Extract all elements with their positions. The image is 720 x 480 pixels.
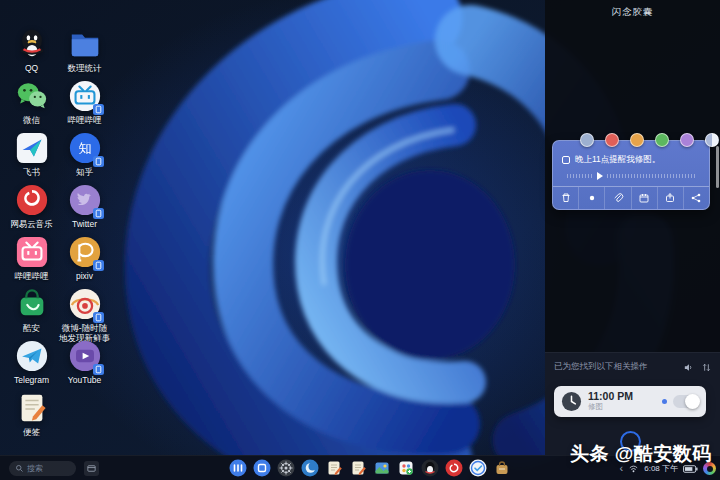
- panel-title: 闪念胶囊: [545, 0, 720, 19]
- taskbar-app-security-check[interactable]: [469, 459, 487, 477]
- desktop-icon[interactable]: QQ: [5, 27, 58, 79]
- note-text: 晚上11点提醒我修图。: [575, 154, 660, 166]
- results-header: 已为您找到以下相关操作: [554, 361, 648, 373]
- qq-icon: [15, 27, 49, 61]
- desktop-icon[interactable]: 数理统计: [58, 27, 111, 79]
- toggle-knob: [685, 394, 700, 409]
- taskbar-app-software-bag[interactable]: [493, 459, 511, 477]
- search-placeholder: 搜索: [27, 463, 43, 474]
- desktop-icon[interactable]: 飞书: [5, 131, 58, 183]
- tag-white-dot[interactable]: [705, 133, 719, 147]
- search-input[interactable]: 搜索: [9, 461, 76, 476]
- app-badge-icon: [93, 156, 104, 167]
- panel-scrollbar[interactable]: [716, 146, 719, 188]
- workflow-button[interactable]: [683, 187, 709, 209]
- desktop-icon[interactable]: 微信: [5, 79, 58, 131]
- share-icon: [664, 192, 676, 204]
- desktop-icon-label: 哔哩哔哩: [15, 271, 49, 281]
- note-card[interactable]: 晚上11点提醒我修图。: [552, 140, 710, 210]
- color-tag-row: [580, 133, 719, 147]
- taskbar-app-notes-2[interactable]: [349, 459, 367, 477]
- desktop-icon-label: YouTube: [68, 375, 101, 385]
- notes-icon: [15, 391, 49, 425]
- taskbar-app-qq[interactable]: [421, 459, 439, 477]
- desktop-icon[interactable]: 酷安: [5, 287, 58, 339]
- zhihu-icon: 知: [68, 131, 102, 165]
- pixiv-icon: [68, 235, 102, 269]
- note-toolbar: [553, 186, 709, 209]
- taskbar-app-task-view[interactable]: [253, 459, 271, 477]
- desktop-icon[interactable]: pixiv: [58, 235, 111, 287]
- status-dot: [662, 399, 667, 404]
- taskbar-app-browser[interactable]: [301, 459, 319, 477]
- tag-purple-dot[interactable]: [680, 133, 694, 147]
- desktop-icon[interactable]: Telegram: [5, 339, 58, 391]
- watermark: 头条 @酷安数码: [570, 441, 712, 467]
- desktop-icon-label: Twitter: [72, 219, 97, 229]
- record-icon: [586, 192, 598, 204]
- desktop-icon[interactable]: 哔哩哔哩: [58, 79, 111, 131]
- windows-icon: [86, 463, 97, 474]
- desktop-icon-label: Telegram: [14, 375, 49, 385]
- desktop-icon-label: 微信: [23, 115, 40, 125]
- desktop-icon[interactable]: YouTube: [58, 339, 111, 391]
- desktop-icon[interactable]: 知 知乎: [58, 131, 111, 183]
- flash-capsule-panel: 闪念胶囊 晚上11点提醒我修图。 已为您找到以下相关操作: [545, 0, 720, 455]
- feishu-icon: [15, 131, 49, 165]
- attachment-button[interactable]: [604, 187, 630, 209]
- netease-icon: [15, 183, 49, 217]
- taskbar-app-app-store[interactable]: [397, 459, 415, 477]
- taskbar-app-helm-browser[interactable]: [277, 459, 295, 477]
- search-icon: [15, 464, 24, 473]
- reminder-time: 11:00 PM: [588, 391, 633, 403]
- schedule-icon: [638, 192, 650, 204]
- speaker-icon[interactable]: [683, 362, 694, 373]
- tag-green-dot[interactable]: [655, 133, 669, 147]
- tag-orange-dot[interactable]: [630, 133, 644, 147]
- window-switcher-button[interactable]: [84, 461, 99, 476]
- telegram-icon: [15, 339, 49, 373]
- desktop-icon[interactable]: 哔哩哔哩: [5, 235, 58, 287]
- waveform-dashes: [607, 174, 695, 178]
- delete-button[interactable]: [553, 187, 578, 209]
- desktop-icon-label: 哔哩哔哩: [68, 115, 102, 125]
- folder-icon: [68, 27, 102, 61]
- sort-icon[interactable]: [701, 362, 712, 373]
- app-badge-icon: [93, 364, 104, 375]
- reminder-label: 修图: [588, 402, 633, 412]
- note-checkbox[interactable]: [562, 156, 570, 164]
- waveform-dashes: [567, 174, 593, 178]
- desktop-icon[interactable]: 微博-随时随地发现新鲜事: [58, 287, 111, 339]
- desktop-icon-label: 网易云音乐: [10, 219, 53, 229]
- desktop-icon-label: QQ: [25, 63, 38, 73]
- youtube-icon: [68, 339, 102, 373]
- desktop-icon[interactable]: Twitter: [58, 183, 111, 235]
- schedule-button[interactable]: [631, 187, 657, 209]
- results-header-row: 已为您找到以下相关操作: [554, 361, 712, 373]
- taskbar-apps: [229, 459, 511, 477]
- taskbar-app-notes[interactable]: [325, 459, 343, 477]
- desktop-icon[interactable]: 便签: [5, 391, 58, 443]
- twitter-icon: [68, 183, 102, 217]
- attachment-icon: [612, 192, 624, 204]
- audio-waveform[interactable]: [553, 166, 709, 180]
- app-badge-icon: [93, 312, 104, 323]
- desktop-icon-label: 知乎: [76, 167, 93, 177]
- taskbar-app-gallery[interactable]: [373, 459, 391, 477]
- tag-red-dot[interactable]: [605, 133, 619, 147]
- play-icon[interactable]: [597, 172, 603, 180]
- taskbar-app-netease-music[interactable]: [445, 459, 463, 477]
- bilibili_pink-icon: [15, 235, 49, 269]
- desktop-icon[interactable]: 网易云音乐: [5, 183, 58, 235]
- wechat-icon: [15, 79, 49, 113]
- tag-slate-dot[interactable]: [580, 133, 594, 147]
- svg-text:知: 知: [78, 141, 91, 156]
- results-header-icons: [683, 362, 712, 373]
- record-button[interactable]: [578, 187, 604, 209]
- desktop-icon-grid: QQ 数理统计 微信 哔哩哔哩 飞书 知 知乎 网易云音乐 Twitter 哔哩…: [5, 27, 113, 443]
- reminder-toggle[interactable]: [673, 395, 699, 408]
- workflow-icon: [690, 192, 702, 204]
- reminder-card[interactable]: 11:00 PM 修图: [554, 386, 706, 417]
- taskbar-app-app-launcher[interactable]: [229, 459, 247, 477]
- share-button[interactable]: [657, 187, 683, 209]
